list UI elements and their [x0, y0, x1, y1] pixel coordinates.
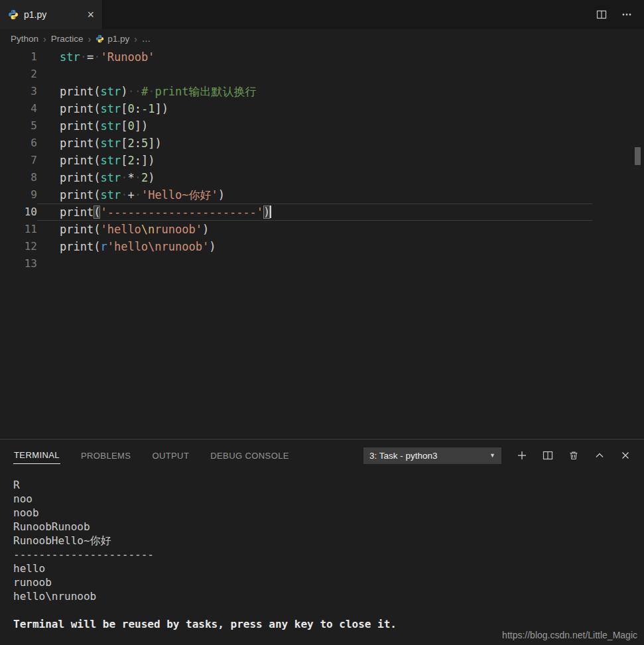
line-content: print(str·+·'Hello~你好'): [37, 186, 592, 204]
line-number: 6: [0, 135, 37, 152]
line-number: 8: [0, 169, 37, 186]
split-editor-icon[interactable]: [595, 8, 608, 21]
line-number: 7: [0, 152, 37, 169]
line-content: print('----------------------'): [37, 204, 592, 221]
minimap-line: [586, 66, 612, 68]
line-content: print(str·*·2): [37, 169, 592, 186]
panel-tabs: TERMINALPROBLEMSOUTPUTDEBUG CONSOLE: [13, 447, 310, 464]
panel-tab-problems[interactable]: PROBLEMS: [80, 447, 131, 464]
new-terminal-icon[interactable]: [513, 446, 531, 465]
breadcrumb-label: Practice: [51, 34, 84, 44]
split-terminal-icon[interactable]: [539, 446, 557, 465]
breadcrumb-item[interactable]: …: [142, 34, 151, 44]
line-number: 9: [0, 186, 37, 204]
minimap-line: [586, 54, 612, 56]
code-line[interactable]: 2: [0, 66, 644, 83]
line-number: 11: [0, 221, 37, 238]
task-dropdown[interactable]: 3: Task - python3 ▼: [363, 447, 501, 464]
close-tab-icon[interactable]: ×: [87, 9, 94, 21]
terminal-output-line: R: [13, 478, 644, 492]
code-line[interactable]: 3print(str)··#·print输出默认换行: [0, 83, 644, 100]
code-line[interactable]: 7print(str[2:]): [0, 152, 644, 169]
code-line[interactable]: 13: [0, 255, 644, 272]
code-line[interactable]: 5print(str[0]): [0, 117, 644, 135]
kill-terminal-trash-icon[interactable]: [564, 446, 583, 465]
code-editor[interactable]: 1str·=·'Runoob'23print(str)··#·print输出默认…: [0, 48, 644, 439]
minimap-line: [586, 70, 612, 72]
code-line[interactable]: 12print(r'hello\nrunoob'): [0, 238, 644, 255]
terminal-blank-line: [13, 603, 644, 617]
panel-tab-terminal[interactable]: TERMINAL: [13, 447, 60, 464]
vscode-window: p1.py × Python›Practice›p1.py›… 1str·=·'…: [0, 0, 644, 645]
line-number: 1: [0, 48, 37, 66]
terminal-output-line: ----------------------: [13, 548, 644, 561]
code-line[interactable]: 1str·=·'Runoob': [0, 48, 644, 66]
line-number: 10: [0, 204, 37, 221]
terminal-output-line: hello\nrunoob: [13, 589, 644, 603]
line-content: print(str[0]): [37, 117, 592, 135]
code-lines: 1str·=·'Runoob'23print(str)··#·print输出默认…: [0, 48, 644, 272]
line-number: 3: [0, 83, 37, 100]
python-icon: [96, 34, 104, 43]
panel-actions: [513, 446, 635, 465]
minimap-line: [586, 60, 612, 62]
code-line[interactable]: 6print(str[2:5]): [0, 135, 644, 152]
line-content: str·=·'Runoob': [37, 48, 592, 66]
terminal-output-line: runoob: [13, 575, 644, 589]
line-content: print('hello\nrunoob'): [37, 221, 592, 238]
minimap-line: [586, 50, 612, 52]
line-content: print(str[0:-1]): [37, 100, 592, 117]
watermark: https://blog.csdn.net/Little_Magic: [502, 630, 637, 640]
breadcrumb-item[interactable]: p1.py: [96, 34, 129, 44]
line-number: 5: [0, 117, 37, 135]
breadcrumb-label: Python: [11, 34, 38, 44]
panel-tab-debug-console[interactable]: DEBUG CONSOLE: [210, 447, 290, 464]
code-line[interactable]: 8print(str·*·2): [0, 169, 644, 186]
breadcrumb-item[interactable]: Python: [11, 34, 38, 44]
text-cursor: [270, 205, 271, 218]
code-line[interactable]: 10print('----------------------'): [0, 204, 644, 221]
close-panel-icon[interactable]: [616, 446, 635, 465]
terminal-output-line: RunoobRunoob: [13, 520, 644, 534]
breadcrumb-item[interactable]: Practice: [51, 34, 84, 44]
terminal-output[interactable]: RnoonoobRunoobRunoobRunoobHello~你好------…: [0, 471, 644, 631]
breadcrumb: Python›Practice›p1.py›…: [0, 29, 644, 48]
minimap-line: [586, 64, 612, 66]
line-content: [37, 255, 592, 272]
panel-header: TERMINALPROBLEMSOUTPUTDEBUG CONSOLE 3: T…: [0, 440, 644, 471]
minimap-line: [586, 72, 612, 74]
editor-actions: [595, 0, 644, 29]
terminal-output-line: noo: [13, 492, 644, 506]
dropdown-caret-icon: ▼: [489, 452, 495, 459]
minimap[interactable]: [586, 50, 612, 76]
editor-tab-bar: p1.py ×: [0, 0, 644, 29]
line-content: print(r'hello\nrunoob'): [37, 238, 592, 255]
code-line[interactable]: 4print(str[0:-1]): [0, 100, 644, 117]
minimap-line: [586, 68, 612, 70]
scrollbar-thumb[interactable]: [635, 147, 641, 165]
minimap-line: [586, 62, 612, 64]
line-number: 12: [0, 238, 37, 255]
line-number: 4: [0, 100, 37, 117]
terminal-output-line: hello: [13, 561, 644, 575]
panel-tab-output[interactable]: OUTPUT: [151, 447, 190, 464]
maximize-panel-chevron-up-icon[interactable]: [590, 446, 609, 465]
more-actions-icon[interactable]: [620, 8, 633, 21]
minimap-line: [586, 74, 612, 76]
breadcrumb-separator-icon: ›: [43, 34, 46, 44]
breadcrumb-separator-icon: ›: [88, 34, 91, 44]
line-content: print(str)··#·print输出默认换行: [37, 83, 592, 100]
line-number: 2: [0, 66, 37, 83]
task-dropdown-value: 3: Task - python3: [369, 451, 438, 461]
terminal-output-line: noob: [13, 506, 644, 520]
line-number: 13: [0, 255, 37, 272]
code-line[interactable]: 11print('hello\nrunoob'): [0, 221, 644, 238]
line-content: [37, 66, 592, 83]
breadcrumb-label: …: [142, 34, 151, 44]
minimap-line: [586, 58, 612, 60]
breadcrumb-separator-icon: ›: [134, 34, 137, 44]
bottom-panel: TERMINALPROBLEMSOUTPUTDEBUG CONSOLE 3: T…: [0, 439, 644, 645]
code-line[interactable]: 9print(str·+·'Hello~你好'): [0, 186, 644, 204]
terminal-output-line: RunoobHello~你好: [13, 534, 644, 548]
tab-p1py[interactable]: p1.py ×: [0, 0, 103, 29]
